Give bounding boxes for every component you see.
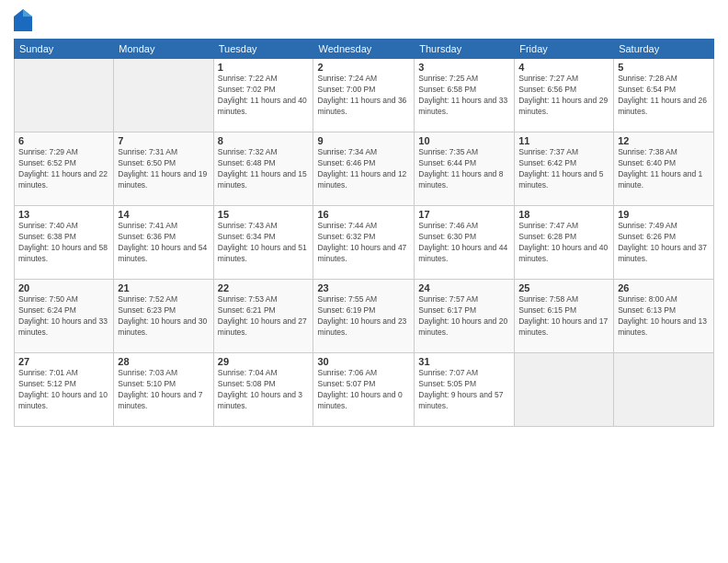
day-number: 5 (618, 62, 710, 73)
calendar-cell: 18Sunrise: 7:47 AM Sunset: 6:28 PM Dayli… (515, 206, 614, 280)
calendar-cell (515, 353, 614, 427)
day-info: Sunrise: 7:55 AM Sunset: 6:19 PM Dayligh… (317, 294, 410, 339)
calendar-cell: 28Sunrise: 7:03 AM Sunset: 5:10 PM Dayli… (114, 353, 213, 427)
weekday-header-friday: Friday (515, 40, 614, 59)
day-number: 14 (118, 209, 209, 220)
day-info: Sunrise: 7:31 AM Sunset: 6:50 PM Dayligh… (118, 147, 209, 191)
day-number: 15 (218, 209, 310, 220)
day-info: Sunrise: 7:50 AM Sunset: 6:24 PM Dayligh… (18, 294, 109, 339)
week-row-4: 20Sunrise: 7:50 AM Sunset: 6:24 PM Dayli… (15, 280, 714, 353)
calendar-cell: 23Sunrise: 7:55 AM Sunset: 6:19 PM Dayli… (313, 280, 415, 353)
calendar-cell: 5Sunrise: 7:28 AM Sunset: 6:54 PM Daylig… (614, 59, 714, 132)
day-number: 3 (418, 62, 510, 73)
calendar-cell: 25Sunrise: 7:58 AM Sunset: 6:15 PM Dayli… (515, 280, 614, 353)
day-info: Sunrise: 7:29 AM Sunset: 6:52 PM Dayligh… (18, 147, 109, 191)
day-info: Sunrise: 7:40 AM Sunset: 6:38 PM Dayligh… (18, 221, 109, 265)
calendar-cell: 30Sunrise: 7:06 AM Sunset: 5:07 PM Dayli… (313, 353, 415, 427)
calendar-cell: 10Sunrise: 7:35 AM Sunset: 6:44 PM Dayli… (415, 132, 515, 206)
day-number: 21 (118, 282, 209, 293)
day-number: 27 (18, 356, 109, 367)
day-number: 29 (218, 356, 310, 367)
calendar-cell: 9Sunrise: 7:34 AM Sunset: 6:46 PM Daylig… (313, 132, 415, 206)
day-number: 17 (418, 209, 510, 220)
day-info: Sunrise: 7:58 AM Sunset: 6:15 PM Dayligh… (518, 294, 609, 339)
calendar-cell: 24Sunrise: 7:57 AM Sunset: 6:17 PM Dayli… (415, 280, 515, 353)
calendar-table: SundayMondayTuesdayWednesdayThursdayFrid… (14, 39, 714, 427)
calendar-cell: 19Sunrise: 7:49 AM Sunset: 6:26 PM Dayli… (614, 206, 714, 280)
day-info: Sunrise: 7:07 AM Sunset: 5:05 PM Dayligh… (418, 368, 510, 412)
calendar-cell: 15Sunrise: 7:43 AM Sunset: 6:34 PM Dayli… (213, 206, 313, 280)
calendar-cell: 21Sunrise: 7:52 AM Sunset: 6:23 PM Dayli… (114, 280, 213, 353)
calendar-cell: 8Sunrise: 7:32 AM Sunset: 6:48 PM Daylig… (213, 132, 313, 206)
day-number: 9 (317, 135, 410, 146)
day-info: Sunrise: 7:47 AM Sunset: 6:28 PM Dayligh… (518, 221, 609, 265)
calendar-cell: 1Sunrise: 7:22 AM Sunset: 7:02 PM Daylig… (213, 59, 313, 132)
day-info: Sunrise: 7:06 AM Sunset: 5:07 PM Dayligh… (317, 368, 410, 412)
day-info: Sunrise: 8:00 AM Sunset: 6:13 PM Dayligh… (618, 294, 710, 339)
day-number: 1 (218, 62, 310, 73)
weekday-header-saturday: Saturday (614, 40, 714, 59)
calendar-cell: 11Sunrise: 7:37 AM Sunset: 6:42 PM Dayli… (515, 132, 614, 206)
day-info: Sunrise: 7:25 AM Sunset: 6:58 PM Dayligh… (418, 74, 510, 118)
day-number: 12 (618, 135, 710, 146)
day-number: 6 (18, 135, 109, 146)
logo (14, 9, 36, 31)
day-info: Sunrise: 7:37 AM Sunset: 6:42 PM Dayligh… (518, 147, 609, 191)
header (14, 9, 714, 31)
week-row-2: 6Sunrise: 7:29 AM Sunset: 6:52 PM Daylig… (15, 132, 714, 206)
calendar-cell: 22Sunrise: 7:53 AM Sunset: 6:21 PM Dayli… (213, 280, 313, 353)
day-info: Sunrise: 7:28 AM Sunset: 6:54 PM Dayligh… (618, 74, 710, 118)
day-info: Sunrise: 7:04 AM Sunset: 5:08 PM Dayligh… (218, 368, 310, 412)
day-info: Sunrise: 7:46 AM Sunset: 6:30 PM Dayligh… (418, 221, 510, 265)
day-info: Sunrise: 7:53 AM Sunset: 6:21 PM Dayligh… (218, 294, 310, 339)
day-number: 11 (518, 135, 609, 146)
day-number: 22 (218, 282, 310, 293)
day-info: Sunrise: 7:22 AM Sunset: 7:02 PM Dayligh… (218, 74, 310, 118)
weekday-header-row: SundayMondayTuesdayWednesdayThursdayFrid… (15, 40, 714, 59)
day-info: Sunrise: 7:52 AM Sunset: 6:23 PM Dayligh… (118, 294, 209, 339)
day-number: 18 (518, 209, 609, 220)
logo-icon (14, 9, 32, 31)
calendar-cell: 31Sunrise: 7:07 AM Sunset: 5:05 PM Dayli… (415, 353, 515, 427)
calendar-cell: 16Sunrise: 7:44 AM Sunset: 6:32 PM Dayli… (313, 206, 415, 280)
calendar-cell: 2Sunrise: 7:24 AM Sunset: 7:00 PM Daylig… (313, 59, 415, 132)
day-number: 2 (317, 62, 410, 73)
calendar-cell: 7Sunrise: 7:31 AM Sunset: 6:50 PM Daylig… (114, 132, 213, 206)
calendar-cell: 6Sunrise: 7:29 AM Sunset: 6:52 PM Daylig… (15, 132, 114, 206)
day-number: 10 (418, 135, 510, 146)
weekday-header-sunday: Sunday (15, 40, 114, 59)
day-number: 30 (317, 356, 410, 367)
calendar-cell: 29Sunrise: 7:04 AM Sunset: 5:08 PM Dayli… (213, 353, 313, 427)
svg-marker-1 (23, 9, 32, 17)
calendar-cell: 3Sunrise: 7:25 AM Sunset: 6:58 PM Daylig… (415, 59, 515, 132)
calendar-cell: 13Sunrise: 7:40 AM Sunset: 6:38 PM Dayli… (15, 206, 114, 280)
calendar-cell: 12Sunrise: 7:38 AM Sunset: 6:40 PM Dayli… (614, 132, 714, 206)
week-row-3: 13Sunrise: 7:40 AM Sunset: 6:38 PM Dayli… (15, 206, 714, 280)
day-info: Sunrise: 7:49 AM Sunset: 6:26 PM Dayligh… (618, 221, 710, 265)
day-info: Sunrise: 7:41 AM Sunset: 6:36 PM Dayligh… (118, 221, 209, 265)
day-info: Sunrise: 7:43 AM Sunset: 6:34 PM Dayligh… (218, 221, 310, 265)
day-number: 25 (518, 282, 609, 293)
day-info: Sunrise: 7:32 AM Sunset: 6:48 PM Dayligh… (218, 147, 310, 191)
weekday-header-tuesday: Tuesday (213, 40, 313, 59)
day-number: 26 (618, 282, 710, 293)
calendar-cell: 27Sunrise: 7:01 AM Sunset: 5:12 PM Dayli… (15, 353, 114, 427)
day-info: Sunrise: 7:27 AM Sunset: 6:56 PM Dayligh… (518, 74, 609, 118)
day-info: Sunrise: 7:57 AM Sunset: 6:17 PM Dayligh… (418, 294, 510, 339)
day-number: 24 (418, 282, 510, 293)
day-info: Sunrise: 7:01 AM Sunset: 5:12 PM Dayligh… (18, 368, 109, 412)
day-info: Sunrise: 7:38 AM Sunset: 6:40 PM Dayligh… (618, 147, 710, 191)
day-number: 19 (618, 209, 710, 220)
calendar-page: SundayMondayTuesdayWednesdayThursdayFrid… (0, 0, 728, 563)
week-row-1: 1Sunrise: 7:22 AM Sunset: 7:02 PM Daylig… (15, 59, 714, 132)
calendar-cell (614, 353, 714, 427)
day-number: 7 (118, 135, 209, 146)
calendar-cell: 4Sunrise: 7:27 AM Sunset: 6:56 PM Daylig… (515, 59, 614, 132)
day-info: Sunrise: 7:34 AM Sunset: 6:46 PM Dayligh… (317, 147, 410, 191)
day-number: 23 (317, 282, 410, 293)
day-number: 13 (18, 209, 109, 220)
weekday-header-wednesday: Wednesday (313, 40, 415, 59)
day-number: 31 (418, 356, 510, 367)
day-number: 28 (118, 356, 209, 367)
day-info: Sunrise: 7:35 AM Sunset: 6:44 PM Dayligh… (418, 147, 510, 191)
